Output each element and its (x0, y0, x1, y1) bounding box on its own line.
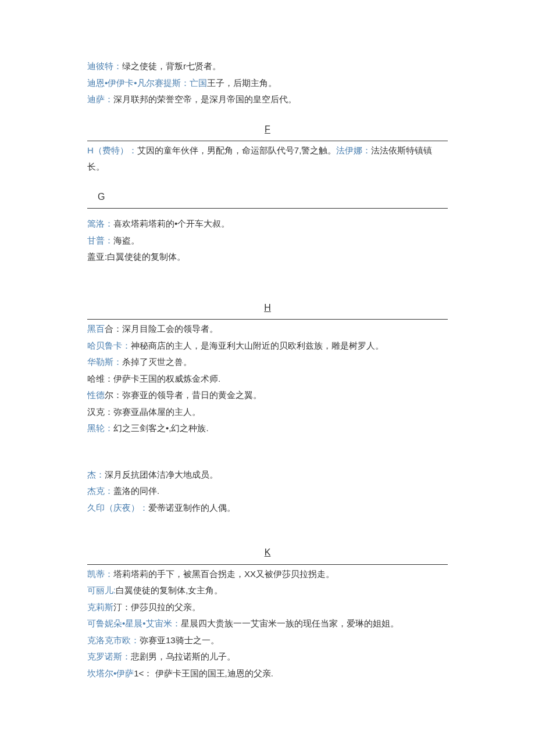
entry-desc: 1<： 伊萨卡王国的国王,迪恩的父亲. (134, 668, 273, 678)
entry-desc: 白翼使徒的复制体,女主角。 (116, 585, 223, 595)
entry-name: 凯蒂： (87, 569, 113, 579)
entry: 篙洛：喜欢塔莉塔莉的•个开车大叔。 (87, 216, 448, 232)
entry: 哈维：伊萨卡王国的权威炼金术师. (87, 371, 448, 388)
entry: 坎塔尔•伊萨1<： 伊萨卡王国的国王,迪恩的父亲. (87, 665, 448, 682)
entry-desc: 喜欢塔莉塔莉的•个开车大叔。 (113, 218, 230, 228)
entry: 久印（庆夜）：爱蒂诺亚制作的人偶。 (87, 500, 448, 517)
entry: 可鲁妮朵•星晨•艾宙米：星晨四大贵族一一艾宙米一族的现任当家，爱琳的姐姐。 (87, 615, 448, 632)
entry-name: 哈贝鲁卡： (87, 341, 131, 350)
entry-desc: 盖亚:白翼使徒的复制体。 (87, 252, 186, 261)
entry: 黑轮：幻之三剑客之•,幻之种族. (87, 420, 448, 437)
spacer (87, 210, 448, 216)
entry: 凯蒂：塔莉塔莉的手下，被黑百合拐走，XX又被伊莎贝拉拐走。 (87, 566, 448, 583)
entry: 克罗诺斯：悲剧男，乌拉诺斯的儿子。 (87, 648, 448, 665)
entry-desc: 合：深月目险工会的领导者。 (105, 324, 218, 334)
entry-name: 黑百 (87, 324, 105, 334)
section-letter-f: F (87, 121, 448, 138)
entry: 克莉斯汀：伊莎贝拉的父亲。 (87, 599, 448, 616)
entries-f: H（费特）：艾因的童年伙伴，男配角，命运部队代号7,警之触。法伊娜：法法依斯特镇… (87, 142, 448, 175)
entry: 迪彼特：绿之使徒，背叛r七贤者。 (87, 58, 448, 75)
entry-name2: 亡国 (190, 78, 207, 88)
entry-name: 华勒斯： (87, 357, 122, 367)
entry-name: 久印（庆夜）： (87, 503, 148, 513)
spacer (87, 519, 448, 531)
section-letter-g: G (87, 188, 448, 206)
entry: 迪恩•伊伊卡•凡尔赛提斯：亡国王子，后期主角。 (87, 75, 448, 92)
entry-desc: 悲剧男，乌拉诺斯的儿子。 (131, 651, 236, 661)
entry-name: 篙洛： (87, 218, 113, 228)
entry-desc: 杀掉了灭世之兽。 (122, 357, 192, 367)
entry-name: 迪彼特： (87, 61, 122, 71)
entries-j: 杰：深月反抗团体洁净大地成员。 杰克：盖洛的同伴. 久印（庆夜）：爱蒂诺亚制作的… (87, 467, 448, 517)
entry-desc: 深月联邦的荣誉空帝，是深月帝国的皇空后代。 (113, 94, 297, 104)
entry-name: 坎塔尔•伊萨 (87, 668, 134, 678)
entry-desc: 艾因的童年伙伴，男配角，命运部队代号7,警之触。 (137, 145, 337, 155)
entries-g: 篙洛：喜欢塔莉塔莉的•个开车大叔。 甘普：海盗。 盖亚:白翼使徒的复制体。 (87, 216, 448, 266)
entry: 克洛克市欧：弥赛亚13骑士之一。 (87, 632, 448, 649)
entry-desc: 爱蒂诺亚制作的人偶。 (148, 503, 236, 513)
entry-name: 克罗诺斯： (87, 651, 131, 661)
entry-desc: 深月反抗团体洁净大地成员。 (105, 470, 218, 479)
entry-desc: 星晨四大贵族一一艾宙米一族的现任当家，爱琳的姐姐。 (181, 618, 399, 628)
entry-desc: 神秘商店的主人，是海亚利大山附近的贝欧利兹族，雕是树罗人。 (131, 341, 384, 350)
entry: 盖亚:白翼使徒的复制体。 (87, 249, 448, 266)
entry-desc: 海盗。 (113, 235, 140, 245)
entry: 甘普：海盗。 (87, 232, 448, 249)
divider (87, 141, 448, 141)
entry: 可丽儿:白翼使徒的复制体,女主角。 (87, 582, 448, 599)
section-letter-h: H (87, 299, 448, 317)
divider (87, 208, 448, 209)
divider (87, 564, 448, 565)
entry-name: 克莉斯 (87, 602, 113, 612)
entry-name: 甘普： (87, 235, 113, 245)
entries-k: 凯蒂：塔莉塔莉的手下，被黑百合拐走，XX又被伊莎贝拉拐走。 可丽儿:白翼使徒的复… (87, 566, 448, 682)
entry: 汉克：弥赛亚晶体屋的主人。 (87, 404, 448, 421)
entry-desc: 塔莉塔莉的手下，被黑百合拐走，XX又被伊莎贝拉拐走。 (113, 569, 334, 579)
entry: 杰克：盖洛的同伴. (87, 483, 448, 500)
entry-name: 杰： (87, 470, 105, 479)
entry-name: 克洛克市欧： (87, 635, 140, 645)
entry: 黑百合：深月目险工会的领导者。 (87, 321, 448, 338)
entry: 华勒斯：杀掉了灭世之兽。 (87, 354, 448, 371)
section-letter-k: K (87, 544, 448, 561)
entry-desc: 绿之使徒，背叛r七贤者。 (122, 61, 221, 71)
entry-desc: 汉克：弥赛亚晶体屋的主人。 (87, 407, 201, 417)
entry: 性德尔：弥赛亚的领导者，昔日的黄金之翼。 (87, 387, 448, 404)
entry: 杰：深月反抗团体洁净大地成员。 (87, 467, 448, 483)
entry-name: H（费特）： (87, 145, 137, 155)
entry-name: 性德 (87, 390, 105, 400)
entry-desc: 盖洛的同伴. (113, 486, 159, 496)
entry-desc: 王子，后期主角。 (207, 78, 277, 88)
entry-name: 杰克： (87, 486, 113, 496)
spacer (87, 440, 448, 467)
entry-desc: 哈维：伊萨卡王国的权威炼金术师. (87, 374, 220, 384)
entry-name: 可鲁妮朵•星晨•艾宙米： (87, 618, 181, 628)
entry-name: 迪萨： (87, 94, 113, 104)
entries-top: 迪彼特：绿之使徒，背叛r七贤者。 迪恩•伊伊卡•凡尔赛提斯：亡国王子，后期主角。… (87, 58, 448, 108)
entry-name: 可丽儿: (87, 585, 116, 595)
entries-h: 黑百合：深月目险工会的领导者。 哈贝鲁卡：神秘商店的主人，是海亚利大山附近的贝欧… (87, 321, 448, 437)
entry-desc: 弥赛亚13骑士之一。 (140, 635, 219, 645)
spacer (87, 269, 448, 286)
entry-name: 法伊娜： (336, 145, 371, 155)
entry: 哈贝鲁卡：神秘商店的主人，是海亚利大山附近的贝欧利兹族，雕是树罗人。 (87, 338, 448, 354)
entry-name: 迪恩•伊伊卡•凡尔赛提斯： (87, 78, 190, 88)
entry-desc: 汀：伊莎贝拉的父亲。 (113, 602, 201, 612)
entry-name: 黑轮： (87, 423, 113, 433)
entry-desc: 幻之三剑客之•,幻之种族. (113, 423, 209, 433)
divider (87, 319, 448, 320)
entry-desc: 尔：弥赛亚的领导者，昔日的黄金之翼。 (105, 390, 262, 400)
entry: 迪萨：深月联邦的荣誉空帝，是深月帝国的皇空后代。 (87, 91, 448, 108)
